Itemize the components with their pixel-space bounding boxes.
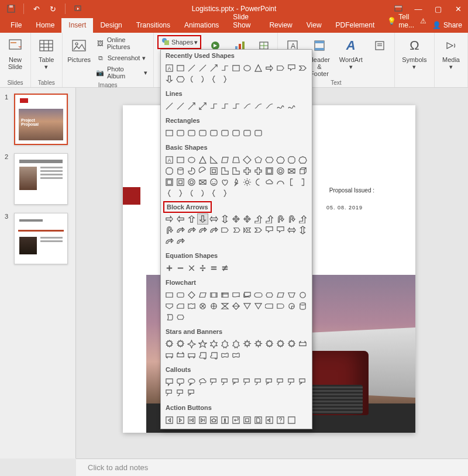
shape-item[interactable] — [176, 128, 185, 138]
maximize-button[interactable]: ▢ — [428, 0, 448, 18]
shape-item[interactable] — [242, 290, 252, 300]
shape-item[interactable] — [231, 128, 241, 138]
shape-item[interactable] — [164, 290, 174, 300]
shape-item[interactable] — [253, 128, 263, 138]
tab-slideshow[interactable]: Slide Show — [226, 10, 262, 33]
shape-item[interactable] — [264, 225, 274, 235]
shape-item[interactable] — [231, 101, 241, 111]
tab-animations[interactable]: Animations — [177, 18, 226, 33]
redo-icon[interactable]: ↻ — [46, 2, 59, 15]
shape-item[interactable] — [264, 63, 274, 73]
more-text-button[interactable] — [369, 35, 390, 78]
shape-item[interactable] — [198, 188, 208, 198]
shape-item[interactable] — [264, 177, 274, 187]
shape-item[interactable] — [164, 312, 174, 322]
shape-item[interactable] — [164, 225, 174, 235]
shape-item[interactable] — [242, 301, 252, 311]
tab-pdfelement[interactable]: PDFelement — [329, 18, 382, 33]
shape-item[interactable] — [253, 177, 263, 187]
shape-item[interactable] — [176, 177, 185, 187]
shape-item[interactable] — [176, 350, 185, 360]
shape-item[interactable] — [264, 166, 274, 176]
screenshot-button[interactable]: ⧉Screenshot ▾ — [94, 52, 150, 64]
shape-item[interactable] — [187, 188, 197, 198]
shape-item[interactable] — [287, 339, 297, 349]
new-slide-button[interactable]: New Slide — [4, 35, 27, 71]
shape-item[interactable] — [287, 155, 297, 165]
shape-item[interactable] — [164, 236, 174, 246]
shape-item[interactable]: A — [164, 63, 174, 73]
shape-item[interactable] — [242, 63, 252, 73]
shape-item[interactable] — [298, 290, 308, 300]
shape-item[interactable] — [198, 101, 208, 111]
shape-item[interactable] — [198, 177, 208, 187]
shape-item[interactable] — [198, 63, 208, 73]
shape-item[interactable] — [176, 188, 185, 198]
shape-item[interactable] — [187, 128, 197, 138]
shape-item[interactable] — [187, 388, 197, 398]
shape-item[interactable] — [164, 166, 174, 176]
shape-item[interactable] — [220, 63, 230, 73]
shape-item[interactable] — [287, 166, 297, 176]
shape-item[interactable] — [176, 101, 185, 111]
shape-item[interactable] — [231, 350, 241, 360]
media-button[interactable]: Media ▾ — [438, 35, 464, 71]
shape-item[interactable] — [231, 301, 241, 311]
shape-item[interactable] — [287, 63, 297, 73]
save-icon[interactable] — [5, 2, 18, 15]
shape-item[interactable] — [253, 415, 263, 425]
shape-item[interactable] — [176, 301, 185, 311]
shape-item[interactable] — [242, 339, 252, 349]
shape-item[interactable] — [198, 415, 208, 425]
shape-item[interactable] — [209, 177, 219, 187]
shape-item[interactable] — [198, 339, 208, 349]
shape-item[interactable] — [164, 350, 174, 360]
shape-item[interactable] — [242, 128, 252, 138]
shape-item[interactable] — [164, 188, 174, 198]
shape-item[interactable] — [276, 225, 285, 235]
shape-item[interactable] — [231, 290, 241, 300]
shape-item[interactable] — [253, 377, 263, 387]
slide-thumbnail-2[interactable] — [14, 153, 68, 205]
shape-item[interactable] — [187, 101, 197, 111]
pictures-button[interactable]: Pictures — [66, 35, 92, 81]
shape-item[interactable] — [187, 415, 197, 425]
shape-item[interactable] — [298, 225, 308, 235]
shape-item[interactable] — [176, 166, 185, 176]
shape-item[interactable] — [231, 415, 241, 425]
shape-item[interactable] — [231, 177, 241, 187]
shape-item[interactable] — [253, 101, 263, 111]
shape-item[interactable] — [198, 74, 208, 84]
shape-item[interactable] — [298, 155, 308, 165]
shape-item[interactable] — [198, 166, 208, 176]
shape-item[interactable] — [253, 166, 263, 176]
shape-item[interactable] — [209, 377, 219, 387]
shape-item[interactable] — [242, 155, 252, 165]
shape-item[interactable] — [276, 155, 285, 165]
tab-design[interactable]: Design — [93, 18, 129, 33]
shape-item[interactable] — [209, 74, 219, 84]
shape-item[interactable] — [220, 101, 230, 111]
table-button[interactable]: Table ▾ — [35, 35, 58, 71]
shape-item[interactable] — [253, 63, 263, 73]
shape-item[interactable] — [264, 155, 274, 165]
shape-item[interactable] — [176, 290, 185, 300]
shape-item[interactable] — [209, 166, 219, 176]
shape-item[interactable] — [298, 339, 308, 349]
shape-item[interactable] — [187, 339, 197, 349]
shape-item[interactable] — [198, 155, 208, 165]
shape-item[interactable] — [176, 339, 185, 349]
shape-item[interactable] — [198, 377, 208, 387]
shape-item[interactable] — [198, 290, 208, 300]
shape-item[interactable] — [187, 225, 197, 235]
shape-item[interactable] — [264, 339, 274, 349]
shape-item[interactable] — [287, 101, 297, 111]
shape-item[interactable] — [242, 101, 252, 111]
shape-item[interactable] — [253, 290, 263, 300]
shape-item[interactable] — [298, 177, 308, 187]
shape-item[interactable] — [253, 214, 263, 224]
shape-item[interactable] — [276, 301, 285, 311]
shape-item[interactable] — [176, 74, 185, 84]
shape-item[interactable] — [176, 388, 185, 398]
tab-home[interactable]: Home — [29, 18, 61, 33]
